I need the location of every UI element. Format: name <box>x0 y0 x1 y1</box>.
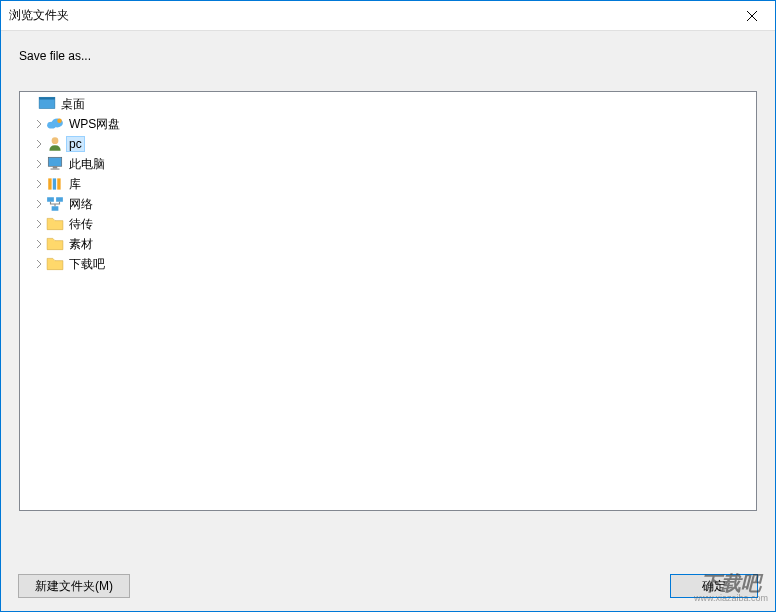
svg-rect-7 <box>53 166 58 168</box>
tree-item-label: 网络 <box>66 195 96 214</box>
svg-rect-12 <box>47 197 54 202</box>
expand-arrow-icon[interactable] <box>32 257 46 271</box>
tree-item-label: 下载吧 <box>66 255 108 274</box>
svg-point-5 <box>52 137 59 144</box>
user-icon <box>46 136 64 152</box>
ok-button[interactable]: 确定 <box>670 574 758 598</box>
svg-rect-9 <box>48 178 51 189</box>
tree-item-label: 素材 <box>66 235 96 254</box>
tree-root-desktop[interactable]: 桌面 <box>20 94 756 114</box>
expand-arrow-icon[interactable] <box>32 217 46 231</box>
tree-item-label: 待传 <box>66 215 96 234</box>
svg-rect-11 <box>57 178 60 189</box>
titlebar-title: 浏览文件夹 <box>9 7 729 24</box>
svg-rect-8 <box>51 169 60 170</box>
close-button[interactable] <box>729 1 775 31</box>
folder-icon <box>46 236 64 252</box>
tree-item-folder-download[interactable]: 下载吧 <box>20 254 756 274</box>
tree-item-label: pc <box>66 136 85 152</box>
folder-icon <box>46 256 64 272</box>
expand-arrow-icon[interactable] <box>32 237 46 251</box>
folder-icon <box>46 216 64 232</box>
cloud-icon <box>46 116 64 132</box>
tree-item-wps[interactable]: WPS网盘 <box>20 114 756 134</box>
expand-arrow-icon[interactable] <box>32 197 46 211</box>
svg-rect-13 <box>56 197 63 202</box>
expand-spacer <box>24 97 38 111</box>
folder-tree[interactable]: 桌面 WPS网盘 pc 此电脑 库 网络 <box>19 91 757 511</box>
tree-item-folder-pending[interactable]: 待传 <box>20 214 756 234</box>
desktop-icon <box>38 96 56 112</box>
expand-arrow-icon[interactable] <box>32 157 46 171</box>
svg-rect-10 <box>53 178 56 189</box>
new-folder-button[interactable]: 新建文件夹(M) <box>18 574 130 598</box>
tree-item-pc[interactable]: pc <box>20 134 756 154</box>
tree-item-folder-material[interactable]: 素材 <box>20 234 756 254</box>
tree-item-label: WPS网盘 <box>66 115 123 134</box>
close-icon <box>747 11 757 21</box>
titlebar: 浏览文件夹 <box>1 1 775 31</box>
svg-point-4 <box>57 118 62 123</box>
expand-arrow-icon[interactable] <box>32 177 46 191</box>
tree-item-label: 库 <box>66 175 84 194</box>
dialog-instruction: Save file as... <box>1 31 775 73</box>
tree-item-label: 桌面 <box>58 95 88 114</box>
network-icon <box>46 196 64 212</box>
tree-item-library[interactable]: 库 <box>20 174 756 194</box>
svg-rect-6 <box>48 157 62 166</box>
tree-item-label: 此电脑 <box>66 155 108 174</box>
expand-arrow-icon[interactable] <box>32 117 46 131</box>
tree-item-thispc[interactable]: 此电脑 <box>20 154 756 174</box>
tree-item-network[interactable]: 网络 <box>20 194 756 214</box>
svg-rect-1 <box>39 97 55 99</box>
svg-rect-14 <box>52 206 59 211</box>
expand-arrow-icon[interactable] <box>32 137 46 151</box>
monitor-icon <box>46 156 64 172</box>
library-icon <box>46 176 64 192</box>
button-bar: 新建文件夹(M) 确定 <box>0 574 776 598</box>
